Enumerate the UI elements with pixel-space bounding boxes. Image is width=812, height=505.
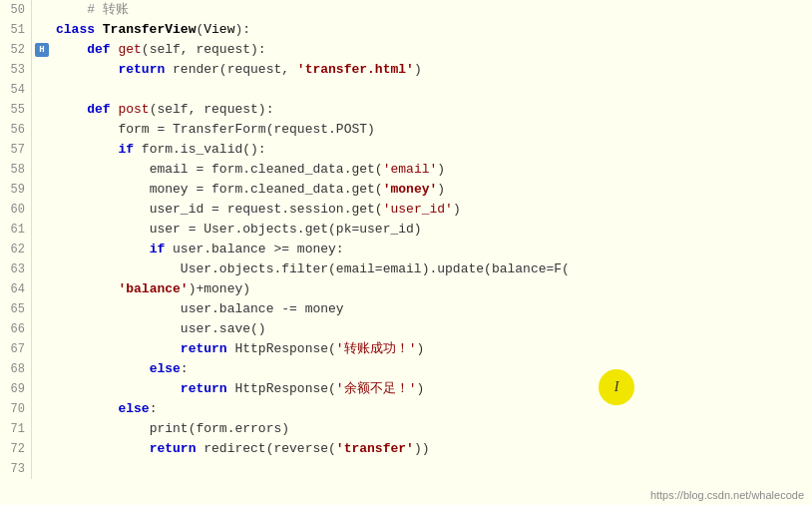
line-gutter: [32, 359, 52, 379]
code-line: 59 money = form.cleaned_data.get('money'…: [0, 180, 812, 200]
line-number: 61: [0, 220, 32, 240]
code-token: return: [118, 62, 173, 77]
code-token: if: [118, 142, 141, 157]
line-content[interactable]: else:: [52, 359, 812, 379]
code-line: 67 return HttpResponse('转账成功！'): [0, 339, 812, 359]
code-token: [56, 381, 181, 396]
line-gutter: [32, 80, 52, 100]
line-gutter: [32, 180, 52, 200]
line-content[interactable]: money = form.cleaned_data.get('money'): [52, 180, 812, 200]
line-content[interactable]: if form.is_valid():: [52, 140, 812, 160]
code-token: render(request,: [173, 62, 297, 77]
code-token: form = TransferForm(request.POST): [118, 122, 374, 137]
line-content[interactable]: 'balance')+money): [52, 279, 812, 299]
code-line: 60 user_id = request.session.get('user_i…: [0, 200, 812, 220]
code-token: )): [414, 441, 430, 456]
code-token: def: [87, 102, 118, 117]
code-token: user.balance >= money:: [173, 242, 344, 256]
line-gutter: H: [32, 40, 52, 60]
code-token: [56, 102, 87, 117]
code-token: redirect(reverse(: [203, 441, 336, 456]
line-content[interactable]: [52, 80, 812, 100]
line-number: 62: [0, 240, 32, 259]
line-content[interactable]: return redirect(reverse('transfer')): [52, 439, 812, 459]
code-line: 70 else:: [0, 399, 812, 419]
code-token: else: [150, 361, 181, 376]
code-token: 'transfer': [336, 441, 414, 456]
code-token: return: [150, 441, 204, 456]
line-number: 58: [0, 160, 32, 180]
line-number: 65: [0, 299, 32, 319]
line-number: 68: [0, 359, 32, 379]
code-line: 65 user.balance -= money: [0, 299, 812, 319]
line-number: 57: [0, 140, 32, 160]
code-token: View: [203, 22, 234, 37]
code-token: [56, 42, 87, 57]
watermark: https://blog.csdn.net/whalecode: [650, 489, 804, 501]
line-gutter: [32, 240, 52, 259]
line-gutter: [32, 319, 52, 339]
code-token: return: [181, 341, 235, 356]
line-content[interactable]: form = TransferForm(request.POST): [52, 120, 812, 140]
code-token: :: [150, 401, 158, 416]
line-content[interactable]: # 转账: [52, 0, 812, 20]
code-token: if: [150, 242, 173, 256]
line-gutter: [32, 60, 52, 80]
code-token: # 转账: [87, 2, 129, 17]
line-gutter: [32, 339, 52, 359]
line-gutter: [32, 20, 52, 40]
line-gutter: [32, 0, 52, 20]
code-token: 'balance': [118, 281, 188, 296]
line-content[interactable]: [52, 459, 812, 479]
line-gutter: [32, 220, 52, 240]
line-content[interactable]: return HttpResponse('余额不足！'): [52, 379, 812, 399]
line-number: 71: [0, 419, 32, 439]
line-gutter: [32, 200, 52, 220]
line-content[interactable]: user.save(): [52, 319, 812, 339]
code-line: 57 if form.is_valid():: [0, 140, 812, 160]
line-content[interactable]: User.objects.filter(email=email).update(…: [52, 259, 812, 279]
line-gutter: [32, 279, 52, 299]
code-token: 'email': [383, 162, 438, 177]
line-content[interactable]: if user.balance >= money:: [52, 240, 812, 259]
line-number: 67: [0, 339, 32, 359]
code-line: 54: [0, 80, 812, 100]
code-line: 53 return render(request, 'transfer.html…: [0, 60, 812, 80]
code-token: 'transfer.html': [297, 62, 414, 77]
line-content[interactable]: def post(self, request):: [52, 100, 812, 120]
code-token: [56, 162, 150, 177]
code-token: print(form.errors): [150, 421, 289, 436]
code-token: User.objects.filter(email=email).update(…: [181, 261, 570, 276]
line-number: 72: [0, 439, 32, 459]
code-token: (self, request):: [142, 42, 266, 57]
line-content[interactable]: print(form.errors): [52, 419, 812, 439]
code-token: user.save(): [181, 321, 266, 336]
code-token: ): [414, 62, 422, 77]
line-content[interactable]: else:: [52, 399, 812, 419]
code-token: [56, 222, 150, 237]
code-token: [56, 2, 87, 17]
line-content[interactable]: user.balance -= money: [52, 299, 812, 319]
line-content[interactable]: class TransferView(View):: [52, 20, 812, 40]
line-content[interactable]: user_id = request.session.get('user_id'): [52, 200, 812, 220]
line-number: 70: [0, 399, 32, 419]
line-number: 64: [0, 279, 32, 299]
code-token: user = User.objects.get(pk=user_id): [150, 222, 422, 237]
line-content[interactable]: user = User.objects.get(pk=user_id): [52, 220, 812, 240]
code-line: 56 form = TransferForm(request.POST): [0, 120, 812, 140]
line-content[interactable]: return render(request, 'transfer.html'): [52, 60, 812, 80]
line-gutter: [32, 439, 52, 459]
line-content[interactable]: email = form.cleaned_data.get('email'): [52, 160, 812, 180]
code-token: HttpResponse(: [234, 341, 335, 356]
line-gutter: [32, 100, 52, 120]
line-gutter: [32, 140, 52, 160]
line-content[interactable]: return HttpResponse('转账成功！'): [52, 339, 812, 359]
code-line: 50 # 转账: [0, 0, 812, 20]
code-token: user_id = request.session.get(: [150, 202, 383, 217]
code-token: ):: [234, 22, 250, 37]
lines-container: 50 # 转账51class TransferView(View):52H de…: [0, 0, 812, 479]
code-line: 52H def get(self, request):: [0, 40, 812, 60]
code-token: [56, 122, 118, 137]
line-number: 50: [0, 0, 32, 20]
line-content[interactable]: def get(self, request):: [52, 40, 812, 60]
